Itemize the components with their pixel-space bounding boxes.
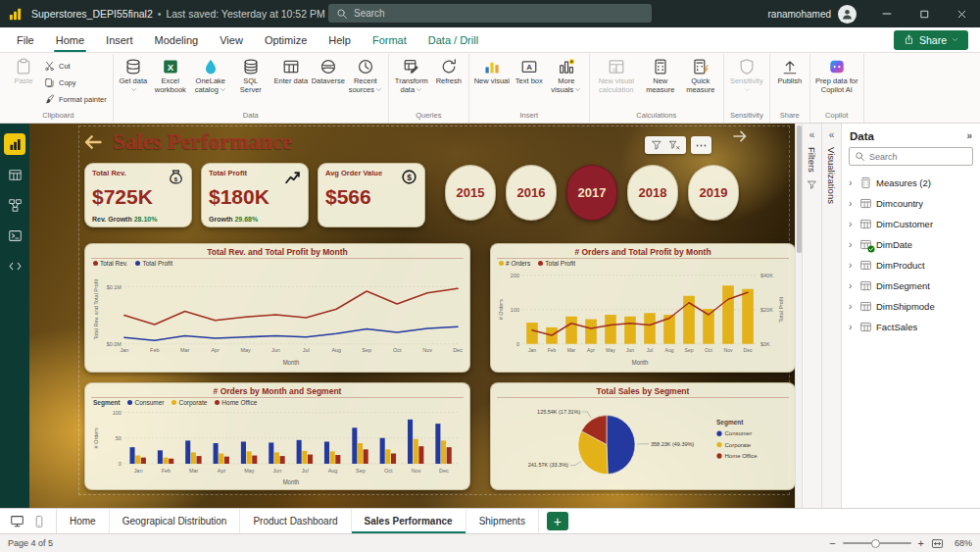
zoom-in-button[interactable]: +: [918, 538, 924, 549]
field-search-input[interactable]: [869, 152, 967, 162]
chart-plot[interactable]: 0100200$0K$20K$40KJanFebMarAprMayJunJulA…: [497, 267, 789, 370]
chart-plot[interactable]: $0.0M$0.1MJanFebMarAprMayJunJulAugSepOct…: [91, 267, 464, 370]
excel-workbook-button[interactable]: XExcel workbook: [151, 54, 190, 95]
clear-filter-icon[interactable]: [668, 139, 680, 151]
visualizations-pane-collapsed[interactable]: « Visualizations: [821, 124, 841, 508]
page-tab-shipments[interactable]: Shipments: [466, 509, 539, 533]
page-tab-home[interactable]: Home: [57, 509, 110, 533]
expand-chevron-icon[interactable]: ›: [849, 322, 856, 332]
collapse-data-pane-icon[interactable]: »: [966, 131, 972, 141]
cut-button[interactable]: Cut: [41, 60, 110, 73]
minimize-button[interactable]: [868, 0, 906, 27]
search-input[interactable]: [354, 8, 644, 19]
year-2016-button[interactable]: 2016: [506, 165, 557, 221]
maximize-button[interactable]: [906, 0, 943, 27]
report-canvas[interactable]: Sales Performance Total Rev.$$725KRev. G…: [29, 124, 802, 508]
expand-chevron-icon[interactable]: ›: [849, 177, 856, 188]
tmdl-view-button[interactable]: [4, 255, 25, 276]
menu-tab-file[interactable]: File: [6, 27, 45, 52]
expand-filters-icon[interactable]: «: [809, 130, 815, 140]
share-button[interactable]: Share: [894, 30, 968, 50]
paste-button[interactable]: Paste: [7, 54, 40, 87]
avatar[interactable]: [838, 5, 857, 24]
mobile-layout-icon[interactable]: [32, 515, 46, 528]
kpi-card-total-rev[interactable]: Total Rev.$$725KRev. Growth 28.10%: [84, 163, 192, 227]
zoom-level[interactable]: 68%: [951, 538, 972, 548]
visual-orders-by-segment-bars[interactable]: # Orders by Month and SegmentSegmentCons…: [84, 382, 470, 490]
field-dimshipmode[interactable]: ›DimShipmode: [842, 296, 980, 317]
visual-sales-by-segment-pie[interactable]: Total Sales by Segment358.23K (49.39%)24…: [490, 382, 796, 490]
back-arrow-icon[interactable]: [83, 132, 103, 152]
onelake-catalog-button[interactable]: OneLake catalog: [191, 54, 230, 95]
page-tab-sales-performance[interactable]: Sales Performance: [352, 509, 466, 533]
desktop-layout-icon[interactable]: [10, 514, 24, 528]
visual-orders-profit-combo[interactable]: # Orders and Total Profit by Month# Orde…: [490, 243, 796, 373]
more-visuals-button[interactable]: More visuals: [547, 54, 586, 95]
menu-tab-modeling[interactable]: Modeling: [144, 27, 210, 52]
quick-measure-button[interactable]: Quick measure: [681, 54, 720, 95]
add-page-button[interactable]: +: [547, 512, 568, 530]
expand-chevron-icon[interactable]: ›: [849, 260, 856, 271]
expand-chevron-icon[interactable]: ›: [849, 198, 856, 209]
model-view-button[interactable]: [4, 194, 25, 216]
field-measures-2[interactable]: ›Measures (2): [842, 173, 980, 193]
visual-rev-profit-line[interactable]: Total Rev. and Total Profit by MonthTota…: [84, 243, 470, 373]
recent-sources-button[interactable]: Recent sources: [346, 54, 385, 95]
account-info[interactable]: ranamohamed: [768, 5, 857, 24]
table-view-button[interactable]: [4, 164, 25, 185]
kpi-card-avg-order-value[interactable]: Avg Order Value$$566: [318, 163, 425, 227]
kpi-card-total-profit[interactable]: Total Profit$180KGrowth 29.68%: [201, 163, 309, 227]
chart-plot[interactable]: 050100JanFebMarAprMayJunJulAugSepOctNovD…: [91, 406, 464, 487]
zoom-slider[interactable]: [843, 542, 911, 544]
menu-tab-optimize[interactable]: Optimize: [254, 27, 318, 52]
sensitivity-button[interactable]: Sensitivity: [727, 54, 766, 95]
forward-arrow-icon[interactable]: [732, 128, 748, 144]
dax-query-view-button[interactable]: [4, 225, 25, 246]
year-2015-button[interactable]: 2015: [445, 165, 496, 221]
filter-icon[interactable]: [651, 139, 662, 151]
close-button[interactable]: [943, 0, 980, 27]
expand-visualizations-icon[interactable]: «: [829, 130, 835, 140]
canvas-scrollbar[interactable]: [795, 124, 802, 508]
expand-chevron-icon[interactable]: ›: [849, 301, 856, 312]
menu-tab-insert[interactable]: Insert: [95, 27, 144, 52]
text-box-button[interactable]: AText box: [513, 54, 546, 87]
year-2018-button[interactable]: 2018: [627, 165, 678, 221]
expand-chevron-icon[interactable]: ›: [849, 239, 856, 250]
report-view-button[interactable]: [4, 133, 25, 155]
publish-button[interactable]: Publish: [773, 54, 807, 87]
transform-data-button[interactable]: Transform data: [392, 54, 431, 95]
chart-plot[interactable]: 358.23K (49.39%)241.57K (33.3%)125.54K (…: [497, 398, 789, 487]
field-dimdate[interactable]: ›DimDate: [842, 234, 980, 255]
copy-button[interactable]: Copy: [41, 76, 110, 89]
menu-tab-format[interactable]: Format: [362, 27, 417, 52]
sql-server-button[interactable]: SQL Server: [231, 54, 270, 95]
new-visual-button[interactable]: New visual: [472, 54, 512, 87]
new-visual-calculation-button[interactable]: fxNew visual calculation: [593, 54, 640, 95]
menu-tab-help[interactable]: Help: [318, 27, 362, 52]
expand-chevron-icon[interactable]: ›: [849, 219, 856, 229]
enter-data-button[interactable]: Enter data: [271, 54, 311, 87]
prep-data-for-copilot-ai-button[interactable]: Prep data for Copilot AI: [813, 54, 860, 95]
field-dimcountry[interactable]: ›Dimcountry: [842, 193, 980, 214]
fit-to-page-icon[interactable]: [931, 537, 944, 550]
field-search[interactable]: [849, 147, 973, 166]
page-tab-product-dashboard[interactable]: Product Dashboard: [240, 509, 351, 533]
menu-tab-home[interactable]: Home: [45, 27, 95, 52]
field-dimsegment[interactable]: ›DimSegment: [842, 276, 980, 296]
dataverse-button[interactable]: Dataverse: [312, 54, 345, 87]
filters-pane-collapsed[interactable]: « Filters: [802, 124, 821, 508]
global-search[interactable]: [328, 4, 652, 23]
expand-chevron-icon[interactable]: ›: [849, 280, 856, 291]
get-data-button[interactable]: Get data: [117, 54, 150, 95]
zoom-out-button[interactable]: −: [829, 538, 835, 549]
refresh-button[interactable]: Refresh: [432, 54, 466, 87]
year-2019-button[interactable]: 2019: [688, 165, 739, 221]
field-dimcustomer[interactable]: ›DimCustomer: [842, 214, 980, 234]
zoom-slider-thumb[interactable]: [871, 539, 880, 548]
document-title[interactable]: Superstores_DEPI55final2 • Last saved: Y…: [31, 8, 338, 20]
new-measure-button[interactable]: New measure: [641, 54, 680, 95]
page-tab-geograpical-distribution[interactable]: Geograpical Distribution: [110, 509, 241, 533]
field-dimproduct[interactable]: ›DimProduct: [842, 255, 980, 276]
field-factsales[interactable]: ›FactSales: [842, 317, 980, 337]
